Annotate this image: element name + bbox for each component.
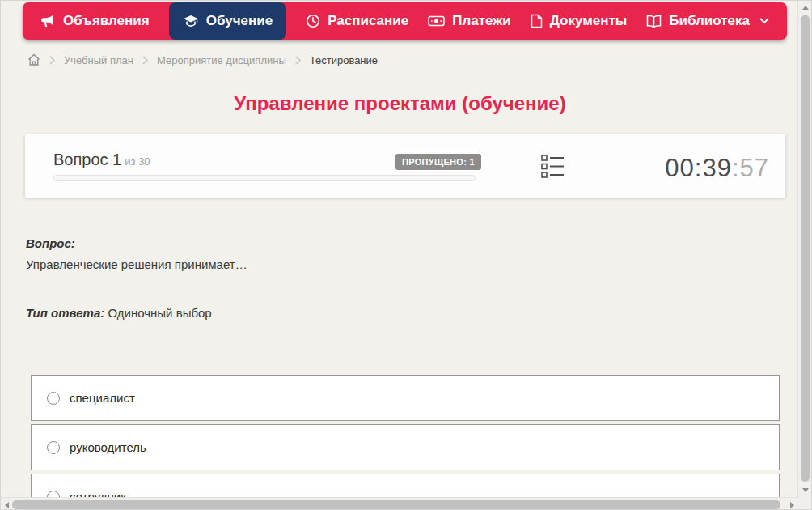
radio-button[interactable] [47,441,60,454]
triangle-up-icon [802,6,809,10]
nav-label: Объявления [63,13,150,29]
chevron-right-icon [295,56,301,65]
vertical-scrollbar-thumb[interactable] [801,15,810,482]
main-navigation: Объявления Обучение Расписание [23,2,787,40]
banknote-icon [428,15,445,28]
nav-label: Расписание [328,13,408,29]
nav-label: Документы [550,13,628,29]
home-icon [27,53,40,66]
graduation-cap-icon [183,15,199,28]
home-link[interactable] [27,53,40,66]
timer-seconds: :57 [732,154,769,182]
skipped-badge: ПРОПУЩЕНО: 1 [395,154,481,170]
nav-item-payments[interactable]: Платежи [428,13,511,29]
answer-option-manager[interactable]: руководитель [31,424,780,470]
scroll-down-button[interactable] [798,483,812,497]
nav-item-training[interactable]: Обучение [169,2,286,40]
question-total: из 30 [125,155,150,168]
triangle-down-icon [802,488,809,492]
option-label: руководитель [70,440,146,454]
answer-type-label: Тип ответа: [26,306,104,320]
question-block: Вопрос: Управленческие решения принимает… [26,236,754,320]
question-counter: Вопрос 1из 30 [53,151,150,169]
page-title: Управление проектами (обучение) [1,92,799,115]
quiz-timer: 00:39:57 [665,154,769,183]
chevron-right-icon [49,56,55,65]
answer-option-specialist[interactable]: специалист [31,375,780,421]
megaphone-icon [40,14,56,28]
question-list-button[interactable] [541,155,565,182]
timer-hours-minutes: 00:39 [665,154,732,182]
nav-item-library[interactable]: Библиотека [646,13,769,29]
chevron-down-icon [759,18,769,24]
triangle-right-icon [790,502,794,508]
vertical-scrollbar[interactable] [797,1,811,497]
nav-item-schedule[interactable]: Расписание [306,13,408,29]
breadcrumb: Учебный план Мероприятие дисциплины Тест… [27,51,378,69]
nav-label: Обучение [206,13,273,29]
question-number: Вопрос 1 [53,151,121,168]
question-text: Управленческие решения принимает… [26,257,754,271]
horizontal-scrollbar[interactable] [1,497,799,510]
scroll-up-button[interactable] [798,1,812,15]
clock-icon [306,14,320,28]
document-icon [531,14,543,28]
breadcrumb-item-testing: Тестирование [310,54,378,66]
option-label: специалист [70,391,135,405]
scroll-left-button[interactable] [1,498,12,510]
nav-label: Библиотека [669,13,750,29]
nav-item-documents[interactable]: Документы [531,13,628,29]
book-icon [646,15,662,28]
nav-item-announcements[interactable]: Объявления [40,13,150,29]
answer-type-value: Одиночный выбор [108,306,211,320]
answer-type: Тип ответа: Одиночный выбор [26,306,754,320]
breadcrumb-item-discipline-event[interactable]: Мероприятие дисциплины [157,54,286,66]
quiz-page: Объявления Обучение Расписание [0,0,812,510]
triangle-left-icon [5,502,9,508]
horizontal-scrollbar-thumb[interactable] [12,500,780,509]
quiz-header-panel: Вопрос 1из 30 ПРОПУЩЕНО: 1 00:39:57 [25,134,785,198]
chevron-right-icon [142,56,148,65]
quiz-progress-bar [53,175,476,181]
question-heading: Вопрос: [26,236,754,250]
nav-label: Платежи [452,13,511,29]
breadcrumb-item-study-plan[interactable]: Учебный план [64,54,133,66]
scrollbar-corner [797,497,811,510]
answer-options: специалист руководитель сотрудник [31,375,780,510]
radio-button[interactable] [47,392,60,405]
question-list-icon [541,155,565,179]
